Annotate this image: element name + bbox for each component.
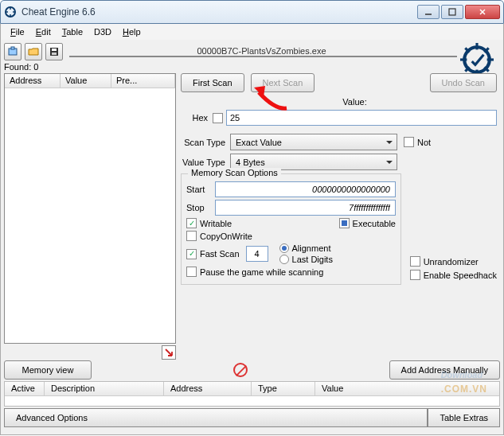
value-input[interactable] <box>226 110 497 126</box>
hex-label: Hex <box>181 113 213 123</box>
first-scan-button[interactable]: First Scan <box>181 73 244 92</box>
menu-bar: File Edit Table D3D Help <box>0 24 504 40</box>
writable-checkbox[interactable] <box>186 218 197 228</box>
stop-label: Stop <box>186 203 215 212</box>
copyonwrite-label: CopyOnWrite <box>200 232 252 241</box>
address-list-header: Address Value Pre... <box>5 74 175 88</box>
not-checkbox[interactable] <box>404 137 414 147</box>
col-value[interactable]: Value <box>61 74 111 88</box>
tcol-active[interactable]: Active <box>5 382 45 395</box>
gear-logo-icon <box>460 43 494 76</box>
executable-checkbox[interactable] <box>339 218 350 228</box>
close-button[interactable] <box>465 5 500 19</box>
next-scan-button[interactable]: Next Scan <box>251 73 315 92</box>
found-count-label: Found: 0 <box>4 62 500 72</box>
memory-view-button[interactable]: Memory view <box>4 360 92 380</box>
menu-d3d[interactable]: D3D <box>89 25 116 38</box>
address-list[interactable]: Address Value Pre... <box>4 73 176 344</box>
lastdigits-radio[interactable] <box>279 255 289 264</box>
hex-checkbox[interactable] <box>213 113 223 123</box>
col-address[interactable]: Address <box>5 74 61 88</box>
open-process-button[interactable] <box>4 43 21 60</box>
start-input[interactable] <box>215 181 396 197</box>
fastscan-checkbox[interactable] <box>186 249 197 259</box>
value-type-label: Value Type <box>181 158 230 167</box>
app-icon <box>4 6 17 18</box>
pause-checkbox[interactable] <box>186 267 197 277</box>
menu-table[interactable]: Table <box>57 25 88 38</box>
table-extras-button[interactable]: Table Extras <box>428 408 500 427</box>
minimize-button[interactable] <box>417 5 440 19</box>
process-name-label: 00000B7C-PlantsVsZombies.exe <box>66 46 457 56</box>
advanced-options-button[interactable]: Advanced Options <box>4 408 428 427</box>
start-label: Start <box>186 185 215 194</box>
svg-rect-6 <box>11 47 14 49</box>
add-address-manually-button[interactable]: Add Address Manually <box>389 360 500 380</box>
unrandomizer-checkbox[interactable] <box>410 256 420 267</box>
scan-type-select[interactable]: Exact Value <box>230 134 397 150</box>
svg-rect-8 <box>52 49 57 51</box>
window-title: Cheat Engine 6.6 <box>21 6 417 18</box>
lastdigits-label: Last Digits <box>292 255 333 264</box>
tcol-address[interactable]: Address <box>164 382 252 395</box>
maximize-button[interactable] <box>441 5 463 19</box>
undo-scan-button[interactable]: Undo Scan <box>430 73 497 92</box>
save-button[interactable] <box>45 43 63 60</box>
cheat-table[interactable]: Active Description Address Type Value <box>4 381 500 407</box>
svg-rect-9 <box>52 53 57 55</box>
progress-bar <box>69 56 457 57</box>
content-area: 00000B7C-PlantsVsZombies.exe Settings Fo… <box>0 40 504 435</box>
no-entry-icon[interactable] <box>233 363 248 377</box>
copyonwrite-checkbox[interactable] <box>186 231 197 241</box>
tcol-value[interactable]: Value <box>315 382 499 395</box>
pause-label: Pause the game while scanning <box>200 267 323 277</box>
title-bar: Cheat Engine 6.6 <box>0 0 504 24</box>
speedhack-label: Enable Speedhack <box>424 271 497 280</box>
svg-rect-2 <box>449 9 455 15</box>
tcol-description[interactable]: Description <box>45 382 164 395</box>
tcol-type[interactable]: Type <box>252 382 315 395</box>
not-label: Not <box>417 138 431 147</box>
scan-type-label: Scan Type <box>181 138 230 147</box>
memory-scan-options-group: Memory Scan Options Start Stop Writable … <box>181 173 401 285</box>
menu-edit[interactable]: Edit <box>31 25 56 38</box>
stop-input[interactable] <box>215 200 396 216</box>
executable-label: Executable <box>353 219 396 228</box>
alignment-label: Alignment <box>292 243 331 253</box>
mem-group-title: Memory Scan Options <box>188 168 281 177</box>
col-previous[interactable]: Pre... <box>111 74 175 88</box>
menu-help[interactable]: Help <box>118 25 146 38</box>
speedhack-checkbox[interactable] <box>410 270 420 280</box>
writable-label: Writable <box>200 219 232 228</box>
unrandomizer-label: Unrandomizer <box>424 257 479 267</box>
value-label: Value: <box>342 97 366 107</box>
add-to-list-button[interactable] <box>162 345 176 360</box>
menu-file[interactable]: File <box>6 25 29 38</box>
open-file-button[interactable] <box>25 43 42 60</box>
fastscan-label: Fast Scan <box>200 249 240 259</box>
fastscan-input[interactable] <box>246 246 268 262</box>
alignment-radio[interactable] <box>279 243 289 253</box>
